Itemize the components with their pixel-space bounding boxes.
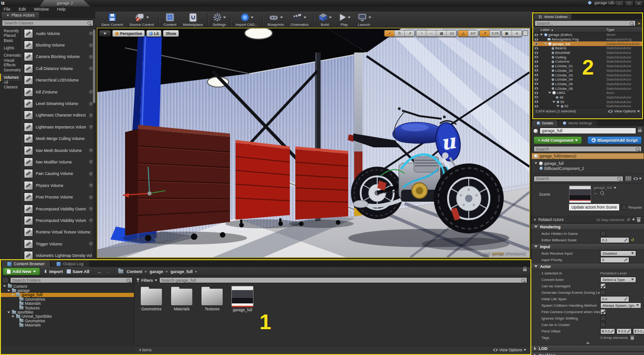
world-local-toggle[interactable]: ◔ bbox=[416, 30, 426, 36]
property-matrix-button[interactable] bbox=[625, 175, 632, 182]
browse-asset-icon[interactable] bbox=[600, 191, 604, 195]
visibility-eye-icon[interactable] bbox=[533, 96, 540, 99]
search-classes-input[interactable]: Search Classes bbox=[2, 20, 93, 26]
toolbar-build[interactable]: Build bbox=[315, 12, 335, 28]
outliner-row-lglobe-05[interactable]: LGlobe_05StaticMeshActor bbox=[533, 82, 642, 87]
help-icon[interactable]: ? bbox=[89, 55, 93, 59]
asset-geometries[interactable]: Geometries bbox=[139, 286, 164, 311]
tree-item-materials[interactable]: Materials bbox=[1, 323, 134, 327]
section-input[interactable]: Input bbox=[531, 243, 644, 250]
dropdown-caret-icon[interactable] bbox=[368, 17, 371, 18]
use-selected-asset-icon[interactable]: ← bbox=[593, 191, 598, 195]
visibility-eye-icon[interactable] bbox=[533, 56, 540, 58]
expand-icon[interactable] bbox=[7, 290, 10, 291]
close-button[interactable]: × bbox=[634, 0, 643, 6]
maximize-viewport-button[interactable] bbox=[523, 30, 528, 36]
help-icon[interactable]: ? bbox=[89, 172, 93, 176]
add-element-icon[interactable]: + bbox=[632, 217, 635, 222]
dropdown-caret-icon[interactable] bbox=[348, 17, 351, 18]
actor-name-field[interactable]: garage_full bbox=[540, 128, 636, 134]
help-icon[interactable]: ? bbox=[89, 195, 93, 199]
tab-world-settings[interactable]: World Settings bbox=[558, 120, 597, 126]
tree-item-sportbike[interactable]: sportbike bbox=[1, 310, 134, 314]
visibility-eye-icon[interactable] bbox=[533, 74, 540, 76]
expand-icon[interactable] bbox=[544, 43, 547, 45]
update-actors-from-scene-button[interactable]: Update actors from Scene bbox=[569, 204, 619, 210]
menu-file[interactable]: File bbox=[4, 7, 11, 12]
value-input[interactable]: 0.0 bbox=[600, 296, 629, 302]
toolbar-play[interactable]: Play bbox=[335, 12, 354, 28]
scene-thumbnail[interactable] bbox=[569, 186, 591, 203]
show-flags-button[interactable]: Show bbox=[163, 30, 179, 37]
volume-item-post-process-volume[interactable]: Post Process Volume? bbox=[21, 191, 97, 203]
menu-edit[interactable]: Edit bbox=[19, 7, 26, 12]
translate-tool-button[interactable]: + bbox=[385, 30, 395, 36]
tab-details[interactable]: Details bbox=[532, 120, 558, 126]
visibility-eye-icon[interactable] bbox=[533, 65, 540, 68]
delete-icon[interactable] bbox=[631, 337, 634, 340]
refresh-icon[interactable]: ↺ bbox=[627, 218, 630, 222]
section-actor[interactable]: Actor bbox=[531, 263, 644, 270]
back-button[interactable]: ← bbox=[97, 269, 102, 274]
reset-to-default-icon[interactable]: ↺ bbox=[631, 238, 634, 242]
level-indicator[interactable]: Level: garage (Persistent) bbox=[480, 251, 526, 256]
help-icon[interactable]: ? bbox=[89, 242, 93, 246]
details-search-input[interactable]: Search bbox=[534, 146, 642, 152]
dropdown-caret-icon[interactable] bbox=[329, 17, 332, 18]
outliner-row-lglobe-06[interactable]: LGlobe_06StaticMeshActor bbox=[533, 86, 642, 91]
volume-item-runtime-virtual-texture-volume[interactable]: Runtime Virtual Texture Volume bbox=[21, 227, 97, 238]
drag-handle-icon[interactable] bbox=[624, 239, 627, 242]
volume-item-lightmass-character-indirect[interactable]: Lightmass Character Indirect? bbox=[21, 110, 97, 121]
expand-icon[interactable] bbox=[540, 34, 543, 36]
dropdown-caret-icon[interactable] bbox=[280, 17, 283, 18]
checkbox[interactable] bbox=[600, 231, 606, 236]
visibility-eye-icon[interactable] bbox=[533, 38, 540, 41]
related-actors-row[interactable]: Related Actors 43 Map elements ↺ + bbox=[531, 216, 644, 223]
help-icon[interactable]: ? bbox=[89, 66, 93, 70]
column-header-type[interactable]: Type bbox=[606, 28, 642, 32]
outliner-row-48[interactable]: 48StaticMeshActor bbox=[533, 95, 642, 100]
collapse-strip[interactable] bbox=[531, 341, 644, 345]
expand-icon[interactable] bbox=[12, 315, 14, 317]
sources-toggle-button[interactable] bbox=[2, 277, 9, 283]
component-garage-full[interactable]: garage_full bbox=[531, 161, 644, 166]
volume-item-precomputed-visibility-volum[interactable]: Precomputed Visibility Volum? bbox=[21, 215, 97, 226]
scale-tool-button[interactable]: ↗ bbox=[405, 30, 414, 36]
tree-item-garage[interactable]: garage bbox=[1, 288, 134, 292]
column-header-label[interactable]: Label▲ bbox=[533, 28, 606, 32]
grid-snap-toggle[interactable]: ▦ bbox=[437, 30, 447, 36]
minimize-button[interactable]: – bbox=[615, 0, 624, 6]
breadcrumb-content[interactable]: Content bbox=[126, 269, 142, 274]
value-input[interactable]: 0 bbox=[600, 257, 629, 263]
category-basic[interactable]: Basic bbox=[0, 37, 21, 44]
toolbar-cinematics[interactable]: Cinematics bbox=[287, 12, 312, 28]
outliner-row-52[interactable]: 52StaticMeshActor bbox=[533, 104, 642, 108]
volume-item-blocking-volume[interactable]: Blocking Volume? bbox=[21, 39, 97, 51]
rotate-tool-button[interactable]: ↻ bbox=[395, 30, 405, 36]
scrollbar[interactable] bbox=[93, 29, 96, 259]
category-all-classes[interactable]: All Classes bbox=[0, 81, 21, 88]
level-editor-tab[interactable]: garage 2 bbox=[40, 0, 90, 6]
outliner-row-garage-full[interactable]: garage_fullDatasmithSceneActor bbox=[533, 41, 642, 46]
asset-textures[interactable]: Textures bbox=[200, 286, 224, 311]
section-rendering[interactable]: Rendering bbox=[531, 223, 644, 230]
respawn-checkbox[interactable] bbox=[621, 204, 627, 210]
help-icon[interactable]: ? bbox=[89, 148, 93, 152]
volume-item-physics-volume[interactable]: Physics Volume? bbox=[21, 180, 97, 191]
visibility-eye-icon[interactable] bbox=[533, 105, 540, 108]
toolbar-marketplace[interactable]: Marketplace bbox=[180, 12, 207, 28]
help-icon[interactable]: ? bbox=[89, 90, 93, 94]
visibility-eye-icon[interactable] bbox=[533, 100, 540, 103]
volume-item-kill-zvolume[interactable]: Kill ZVolume? bbox=[21, 86, 97, 98]
tab-world-outliner[interactable]: World Outliner bbox=[534, 14, 571, 19]
tab-place-actors[interactable]: Place Actors bbox=[1, 12, 40, 18]
visibility-eye-icon[interactable] bbox=[533, 60, 540, 63]
toolbar-blueprints[interactable]: Blueprints bbox=[264, 12, 288, 28]
help-icon[interactable]: ? bbox=[89, 160, 93, 164]
scale-snap-value[interactable]: 0.25 bbox=[490, 30, 500, 36]
toolbar-source-control[interactable]: Source Control bbox=[126, 12, 157, 28]
breadcrumb-garage-full[interactable]: garage_full bbox=[171, 269, 193, 274]
drag-handle-icon[interactable] bbox=[624, 258, 627, 262]
filters-button[interactable]: Filters bbox=[136, 278, 157, 283]
volume-item-level-streaming-volume[interactable]: Level Streaming Volume? bbox=[21, 98, 97, 109]
